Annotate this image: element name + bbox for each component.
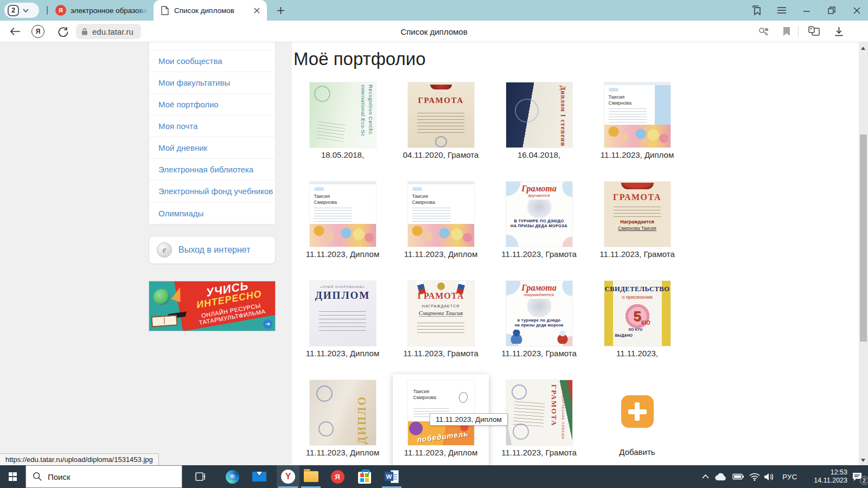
address-bar[interactable]: edu.tatar.ru (76, 24, 141, 39)
diploma-thumbnail[interactable]: ГРАМОТА ЗА ТВОРЧЕСКИЕ ПОБЕДЫ (506, 380, 572, 445)
thumb-text: International Eco-Sc (360, 85, 366, 137)
portfolio-item[interactable]: Грамота награждается в турнире по дзюдо … (490, 281, 588, 380)
item-caption: 11.11.2023, Диплом (404, 448, 477, 457)
sidebar-item-electives[interactable]: Мои факультативы (149, 72, 275, 94)
close-icon[interactable] (851, 4, 863, 16)
item-caption: 18.05.2018, (321, 150, 364, 159)
sidebar-item-library[interactable]: Электронная библиотека (149, 159, 275, 181)
diploma-thumbnail[interactable]: International Eco-Sc Recognition Certifi… (310, 82, 376, 147)
portfolio-item[interactable]: ГРАМОТА Награждается Смирнова Таисия 11.… (588, 182, 686, 281)
sidebar-item-diary[interactable]: Мой дневник (149, 137, 275, 159)
tab-background[interactable]: Я электронное образование (55, 0, 151, 21)
scroll-up-icon[interactable] (861, 47, 865, 50)
scrollbar[interactable] (859, 42, 868, 465)
diploma-thumbnail[interactable]: ДИПЛО (310, 380, 376, 445)
portfolio-item-hovered[interactable]: Таисия Смирнова победитель 11.11.2023, Д… (392, 380, 490, 465)
battery-icon[interactable] (730, 465, 745, 488)
diploma-thumbnail[interactable]: ГРАМОТА НАГРАЖДАЕТСЯ Смирнова Таисия (408, 281, 474, 346)
chevron-down-icon[interactable] (23, 9, 29, 12)
diploma-thumbnail[interactable]: «ОЧЕЙ ОЧАРОВАНЬЕ» ДИПЛОМ (310, 281, 376, 346)
diploma-thumbnail[interactable]: Грамота вручается В ТУРНИРЕ ПО ДЗЮДО НА … (506, 182, 572, 247)
tab-close-icon[interactable] (252, 5, 261, 15)
language-indicator[interactable]: РУС (779, 465, 801, 488)
tab-active[interactable]: Список дипломов (154, 0, 267, 21)
screen: 2 Я электронное образование Список дипло… (0, 0, 868, 488)
diploma-thumbnail[interactable]: Таисия Смирнова (604, 82, 671, 147)
thumb-text: Смирнова Таисия (419, 310, 463, 317)
volume-icon[interactable] (762, 465, 777, 488)
ad-banner[interactable]: УЧИСЬ ИНТЕРЕСНО ОНЛАЙН РЕСУРСЫ ТАТАРМУЛЬ… (149, 281, 276, 331)
sidebar-item-clipped[interactable] (149, 42, 275, 50)
sidebar-item-olympiads[interactable]: Олимпиады (149, 202, 275, 224)
portfolio-item[interactable]: СВИДЕТЕЛЬСТВО о присвоении 5 КЮ GO KYU В… (588, 281, 686, 380)
diploma-thumbnail[interactable]: Таисия Смирнова победитель (408, 380, 474, 445)
url-text[interactable]: edu.tatar.ru (92, 27, 133, 36)
diploma-thumbnail[interactable]: Таисия Смирнова (310, 182, 376, 247)
item-caption: 11.11.2023, Диплом (404, 249, 477, 259)
add-diploma-tile[interactable]: Добавить (588, 380, 686, 465)
diploma-thumbnail[interactable]: ГРАМОТА Награждается Смирнова Таисия (604, 182, 671, 247)
add-icon[interactable] (621, 395, 654, 428)
word-button[interactable]: W (380, 465, 403, 488)
diploma-thumbnail[interactable]: СВИДЕТЕЛЬСТВО о присвоении 5 КЮ GO KYU В… (604, 281, 671, 346)
yandex-search-button[interactable]: Я (326, 465, 349, 488)
item-caption: 11.11.2023, Грамота (501, 349, 577, 358)
ms-store-button[interactable] (353, 465, 376, 488)
collections-icon[interactable] (807, 25, 820, 38)
password-manager-icon[interactable] (757, 25, 770, 38)
diploma-thumbnail[interactable]: ГРАМОТА (408, 82, 474, 147)
exit-label[interactable]: Выход в интернет (178, 245, 251, 255)
thumb-text: Грамота (521, 283, 557, 293)
yandex-browser-button[interactable]: Y (277, 465, 299, 488)
clock[interactable]: 12:53 14.11.2023 (804, 465, 847, 488)
thumb-text: Грамота (521, 184, 557, 194)
wifi-icon[interactable] (748, 465, 762, 488)
bookmark-icon[interactable] (780, 25, 793, 38)
file-explorer-button[interactable] (299, 465, 322, 488)
portfolio-item[interactable]: ГРАМОТА 04.11.2020, Грамота (392, 82, 490, 182)
download-icon[interactable] (832, 25, 845, 38)
banner-arrow-icon[interactable]: ➔ (263, 319, 272, 329)
portfolio-item[interactable]: Таисия Смирнова 11.11.2023, Диплом (293, 182, 392, 281)
diploma-thumbnail[interactable]: Диплом I степени (506, 82, 572, 147)
task-view-button[interactable] (190, 465, 213, 488)
back-icon[interactable] (9, 25, 22, 38)
menu-icon[interactable] (776, 4, 788, 16)
item-caption: 11.11.2023, Диплом (306, 349, 379, 358)
sidebar-item-textbooks[interactable]: Электронный фонд учебников (149, 181, 275, 202)
new-tab-button[interactable] (274, 4, 287, 17)
tray-chevron-icon[interactable] (699, 465, 712, 488)
portfolio-item[interactable]: ГРАМОТА НАГРАЖДАЕТСЯ Смирнова Таисия 11.… (392, 281, 490, 380)
thumb-text: Смирнова (314, 200, 337, 205)
portfolio-item[interactable]: Таисия Смирнова 11.11.2023, Диплом (392, 182, 490, 281)
taskbar-search[interactable]: Поиск (25, 465, 182, 488)
mail-button[interactable] (248, 465, 271, 488)
portfolio-item[interactable]: Диплом I степени 16.04.2018, (490, 82, 588, 182)
start-button[interactable] (0, 465, 25, 488)
edge-button[interactable] (221, 465, 244, 488)
restore-icon[interactable] (826, 4, 838, 16)
tab-counter-button[interactable]: 2 (4, 3, 39, 18)
yandex-home-icon[interactable]: Я (31, 25, 44, 38)
portfolio-item[interactable]: «ОЧЕЙ ОЧАРОВАНЬЕ» ДИПЛОМ 11.11.2023, Дип… (293, 281, 392, 380)
lock-icon[interactable] (81, 28, 88, 35)
sidebar-item-communities[interactable]: Мои сообщества (149, 50, 275, 72)
portfolio-item[interactable]: ДИПЛО 11.11.2023, Диплом (293, 380, 392, 465)
refresh-icon[interactable] (56, 25, 69, 38)
portfolio-item[interactable]: Таисия Смирнова 11.11.2023, Диплом (588, 82, 686, 182)
time: 12:53 (831, 468, 847, 477)
diploma-thumbnail[interactable]: Таисия Смирнова (408, 182, 474, 247)
scroll-down-icon[interactable] (861, 459, 865, 462)
minimize-icon[interactable] (801, 4, 813, 16)
portfolio-item[interactable]: International Eco-Sc Recognition Certifi… (293, 82, 392, 182)
action-center-button[interactable]: 2 (850, 465, 865, 488)
diploma-thumbnail[interactable]: Грамота награждается в турнире по дзюдо … (506, 281, 572, 346)
side-panels-icon[interactable] (751, 4, 763, 16)
internet-exit-card[interactable]: e Выход в интернет (149, 236, 276, 264)
portfolio-item[interactable]: Грамота вручается В ТУРНИРЕ ПО ДЗЮДО НА … (490, 182, 588, 281)
onedrive-icon[interactable] (713, 465, 728, 488)
sidebar-item-mail[interactable]: Моя почта (149, 115, 275, 137)
sidebar-item-portfolio[interactable]: Моё портфолио (149, 94, 275, 115)
thumb-text: награждается (524, 292, 554, 297)
scrollbar-thumb[interactable] (860, 134, 867, 342)
